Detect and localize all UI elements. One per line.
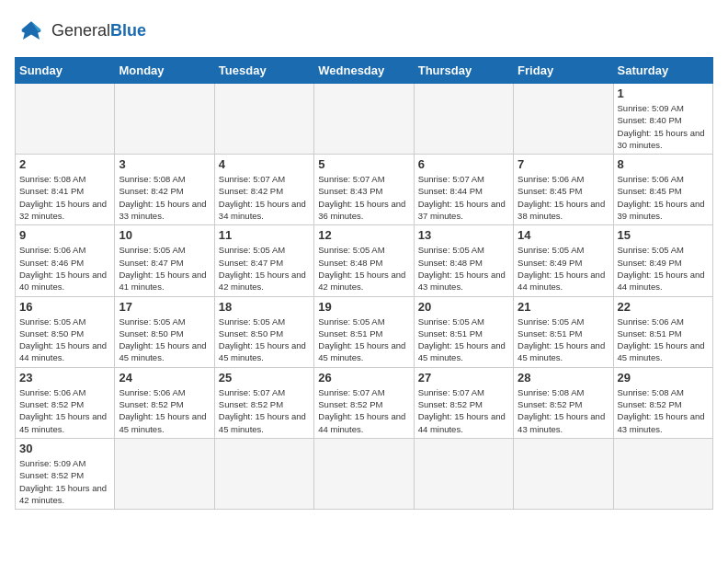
calendar-cell (214, 438, 313, 509)
page: GeneralBlue SundayMondayTuesdayWednesday… (0, 0, 728, 519)
calendar-cell (414, 84, 513, 155)
logo-blue-text: Blue (110, 21, 146, 40)
calendar-cell: 14Sunrise: 5:05 AM Sunset: 8:49 PM Dayli… (514, 225, 613, 296)
logo: GeneralBlue (15, 15, 146, 48)
calendar-cell (613, 438, 712, 509)
calendar-cell (514, 84, 613, 155)
day-number: 24 (119, 371, 210, 385)
calendar-cell: 16Sunrise: 5:05 AM Sunset: 8:50 PM Dayli… (16, 296, 115, 367)
day-number: 4 (219, 157, 310, 171)
calendar-cell: 17Sunrise: 5:05 AM Sunset: 8:50 PM Dayli… (115, 296, 214, 367)
day-number: 3 (119, 157, 210, 171)
day-info: Sunrise: 5:08 AM Sunset: 8:52 PM Dayligh… (618, 386, 709, 435)
calendar-week-6: 30Sunrise: 5:09 AM Sunset: 8:52 PM Dayli… (16, 438, 713, 509)
day-info: Sunrise: 5:08 AM Sunset: 8:52 PM Dayligh… (518, 386, 609, 435)
day-info: Sunrise: 5:05 AM Sunset: 8:47 PM Dayligh… (219, 244, 310, 293)
calendar-cell (314, 84, 414, 155)
weekday-header-friday: Friday (514, 58, 613, 84)
day-info: Sunrise: 5:07 AM Sunset: 8:52 PM Dayligh… (418, 386, 509, 435)
weekday-header-thursday: Thursday (414, 58, 513, 84)
day-number: 19 (318, 300, 409, 314)
weekday-header-tuesday: Tuesday (214, 58, 313, 84)
day-number: 18 (219, 300, 310, 314)
day-info: Sunrise: 5:09 AM Sunset: 8:52 PM Dayligh… (19, 457, 110, 506)
logo-bird-icon (15, 15, 48, 48)
day-number: 5 (318, 157, 409, 171)
calendar-cell: 15Sunrise: 5:05 AM Sunset: 8:49 PM Dayli… (613, 225, 712, 296)
day-number: 21 (518, 300, 609, 314)
day-number: 28 (518, 371, 609, 385)
calendar-cell: 25Sunrise: 5:07 AM Sunset: 8:52 PM Dayli… (214, 367, 313, 438)
day-number: 9 (19, 228, 110, 242)
weekday-header-saturday: Saturday (613, 58, 712, 84)
day-info: Sunrise: 5:07 AM Sunset: 8:52 PM Dayligh… (219, 386, 310, 435)
calendar-cell: 7Sunrise: 5:06 AM Sunset: 8:45 PM Daylig… (514, 155, 613, 225)
day-number: 8 (618, 157, 709, 171)
day-info: Sunrise: 5:07 AM Sunset: 8:43 PM Dayligh… (318, 173, 409, 222)
day-info: Sunrise: 5:05 AM Sunset: 8:51 PM Dayligh… (518, 316, 609, 364)
calendar-cell (514, 438, 613, 509)
day-info: Sunrise: 5:06 AM Sunset: 8:45 PM Dayligh… (618, 173, 709, 222)
day-number: 1 (618, 86, 709, 100)
day-number: 25 (219, 371, 310, 385)
day-number: 15 (618, 228, 709, 242)
day-info: Sunrise: 5:05 AM Sunset: 8:51 PM Dayligh… (418, 316, 509, 364)
calendar-week-3: 9Sunrise: 5:06 AM Sunset: 8:46 PM Daylig… (16, 225, 713, 296)
day-number: 12 (318, 228, 409, 242)
day-number: 6 (418, 157, 509, 171)
day-number: 16 (19, 300, 110, 314)
calendar-cell: 8Sunrise: 5:06 AM Sunset: 8:45 PM Daylig… (613, 155, 712, 225)
day-number: 14 (518, 228, 609, 242)
calendar-cell: 2Sunrise: 5:08 AM Sunset: 8:41 PM Daylig… (16, 155, 115, 225)
calendar-week-1: 1Sunrise: 5:09 AM Sunset: 8:40 PM Daylig… (16, 84, 713, 155)
calendar-cell: 21Sunrise: 5:05 AM Sunset: 8:51 PM Dayli… (514, 296, 613, 367)
calendar-cell: 10Sunrise: 5:05 AM Sunset: 8:47 PM Dayli… (115, 225, 214, 296)
day-info: Sunrise: 5:05 AM Sunset: 8:47 PM Dayligh… (119, 244, 210, 293)
day-info: Sunrise: 5:09 AM Sunset: 8:40 PM Dayligh… (618, 102, 709, 151)
day-info: Sunrise: 5:06 AM Sunset: 8:51 PM Dayligh… (618, 316, 709, 364)
day-info: Sunrise: 5:07 AM Sunset: 8:52 PM Dayligh… (318, 386, 409, 435)
day-info: Sunrise: 5:05 AM Sunset: 8:48 PM Dayligh… (418, 244, 509, 293)
day-info: Sunrise: 5:08 AM Sunset: 8:41 PM Dayligh… (19, 173, 110, 222)
day-number: 13 (418, 228, 509, 242)
calendar-cell: 13Sunrise: 5:05 AM Sunset: 8:48 PM Dayli… (414, 225, 513, 296)
calendar-cell: 28Sunrise: 5:08 AM Sunset: 8:52 PM Dayli… (514, 367, 613, 438)
calendar-cell: 27Sunrise: 5:07 AM Sunset: 8:52 PM Dayli… (414, 367, 513, 438)
calendar-cell (214, 84, 313, 155)
day-number: 22 (618, 300, 709, 314)
calendar-cell (314, 438, 414, 509)
calendar-cell: 9Sunrise: 5:06 AM Sunset: 8:46 PM Daylig… (16, 225, 115, 296)
day-info: Sunrise: 5:08 AM Sunset: 8:42 PM Dayligh… (119, 173, 210, 222)
day-number: 27 (418, 371, 509, 385)
day-number: 2 (19, 157, 110, 171)
day-info: Sunrise: 5:07 AM Sunset: 8:42 PM Dayligh… (219, 173, 310, 222)
day-number: 26 (318, 371, 409, 385)
day-number: 17 (119, 300, 210, 314)
day-number: 20 (418, 300, 509, 314)
day-number: 29 (618, 371, 709, 385)
calendar-cell: 29Sunrise: 5:08 AM Sunset: 8:52 PM Dayli… (613, 367, 712, 438)
calendar-cell: 4Sunrise: 5:07 AM Sunset: 8:42 PM Daylig… (214, 155, 313, 225)
calendar-cell: 22Sunrise: 5:06 AM Sunset: 8:51 PM Dayli… (613, 296, 712, 367)
day-info: Sunrise: 5:07 AM Sunset: 8:44 PM Dayligh… (418, 173, 509, 222)
header: GeneralBlue (15, 15, 713, 48)
calendar-week-2: 2Sunrise: 5:08 AM Sunset: 8:41 PM Daylig… (16, 155, 713, 225)
calendar-cell (115, 438, 214, 509)
calendar-cell: 3Sunrise: 5:08 AM Sunset: 8:42 PM Daylig… (115, 155, 214, 225)
day-number: 10 (119, 228, 210, 242)
calendar-cell: 1Sunrise: 5:09 AM Sunset: 8:40 PM Daylig… (613, 84, 712, 155)
calendar-cell: 23Sunrise: 5:06 AM Sunset: 8:52 PM Dayli… (16, 367, 115, 438)
day-info: Sunrise: 5:05 AM Sunset: 8:49 PM Dayligh… (518, 244, 609, 293)
day-info: Sunrise: 5:05 AM Sunset: 8:48 PM Dayligh… (318, 244, 409, 293)
calendar-cell (115, 84, 214, 155)
calendar-cell: 11Sunrise: 5:05 AM Sunset: 8:47 PM Dayli… (214, 225, 313, 296)
day-info: Sunrise: 5:05 AM Sunset: 8:49 PM Dayligh… (618, 244, 709, 293)
day-number: 30 (19, 442, 110, 455)
day-info: Sunrise: 5:05 AM Sunset: 8:50 PM Dayligh… (19, 316, 110, 364)
day-info: Sunrise: 5:06 AM Sunset: 8:52 PM Dayligh… (119, 386, 210, 435)
logo-text: GeneralBlue (51, 22, 146, 40)
day-info: Sunrise: 5:05 AM Sunset: 8:50 PM Dayligh… (119, 316, 210, 364)
calendar-cell (414, 438, 513, 509)
day-info: Sunrise: 5:06 AM Sunset: 8:46 PM Dayligh… (19, 244, 110, 293)
day-number: 11 (219, 228, 310, 242)
